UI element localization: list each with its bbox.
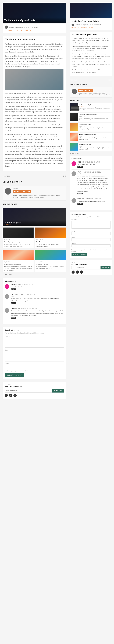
website-label: Website	[5, 363, 64, 364]
post-date-1: May 6, 2020	[36, 239, 65, 240]
right-recent-excerpt-4: Pellentesque in ipsum id orci porta dapi…	[79, 147, 111, 151]
next-link[interactable]: NEXT	[62, 176, 66, 177]
reply-btn-0[interactable]: REPLY	[11, 288, 16, 290]
right-newsletter-button[interactable]: SUBSCRIBE	[101, 266, 111, 270]
right-recent-excerpt-0: Donec aliquet, orci a imperdiet fringill…	[79, 107, 111, 111]
name-label: Name	[5, 350, 64, 351]
name-input[interactable]	[5, 351, 64, 355]
right-comment-text-0: I agree. That is really important	[77, 163, 100, 166]
author-avatar	[5, 26, 8, 29]
right-article-p4: Vestibulum ante ipsum primis in faucibus…	[72, 61, 110, 68]
right-author-bio: Jason is a content creator at Elegant Th…	[78, 92, 110, 96]
right-recent-img-0	[70, 103, 78, 111]
right-website-input[interactable]	[71, 244, 111, 248]
right-save-checkbox[interactable]	[71, 249, 73, 250]
article-p10: Nulla porttitor accumsan tincidunt. Null…	[5, 157, 63, 168]
hero-image: Vestibulum Ante Ipsum Primis	[2, 2, 66, 24]
right-comment-textarea[interactable]	[71, 221, 111, 228]
right-older-entries[interactable]: + Older Entries	[70, 153, 112, 154]
right-comment-avatar-1	[71, 172, 76, 176]
comment-header-2: KTREV ON NOVEMBER 5, 2020 AT 3:16 AM	[11, 308, 64, 310]
twitter-icon[interactable]: t	[9, 394, 12, 397]
submit-title: Submit a Comment	[5, 329, 64, 331]
newsletter-title: Join Our Newsletter	[5, 386, 64, 388]
right-linkedin-icon[interactable]: in	[80, 270, 83, 274]
right-comment-0: JASON ON JUNE 18, 2020 AT 8:47 PM I agre…	[71, 161, 111, 170]
comment-text-0: I agree. That is really important	[11, 286, 34, 288]
right-author-avatar-small	[71, 24, 74, 26]
post-excerpt-1: Pellentesque in ipsum. Lorem ipsum. Done…	[36, 243, 65, 247]
right-comment-header-0: JASON ON JUNE 18, 2020 AT 8:47 PM	[77, 161, 100, 163]
right-name-field-group: Name	[71, 230, 111, 235]
right-newsletter-section: SIDEBAR Join Our Newsletter SUBSCRIBE f …	[70, 260, 112, 275]
older-entries-link[interactable]: + Older Entries	[2, 274, 66, 276]
right-recent-post-title-2[interactable]: Curabitur nec nulla	[79, 124, 111, 126]
prev-next-nav: PREVIOUS NEXT	[2, 174, 66, 178]
right-prev-next: PREVIOUS NEXT	[70, 78, 112, 82]
right-article-p3: Nunc nec neque. Phasellus leo dolor, tem…	[72, 53, 110, 60]
right-email-input[interactable]	[71, 238, 111, 241]
right-facebook-icon[interactable]: f	[71, 270, 75, 274]
right-recent-item-2: Curabitur nec nulla May 6, 2020 Pellente…	[70, 123, 112, 132]
post-title-1[interactable]: Curabitur nec nulla	[36, 241, 65, 242]
right-hero-author: By Jason Champagne	[75, 24, 88, 26]
featured-post-title: Get Newsletter Updates	[4, 222, 65, 224]
post-card-image-2	[2, 250, 34, 260]
right-recent-post-title-3[interactable]: Integer euismod lacus lorem	[79, 134, 111, 136]
right-recent-date-4: May 6, 2020	[79, 146, 111, 147]
website-input[interactable]	[5, 365, 64, 368]
right-reply-btn-2[interactable]: REPLY	[77, 203, 83, 204]
post-card-0: May 6, 2020 Class aliquet ipsum et magna…	[2, 228, 34, 248]
right-article-p1: Vestibulum ante ipsum primis in faucibus…	[72, 37, 110, 44]
right-recent-post-title-1[interactable]: Class aliquet ipsum et magna	[79, 114, 111, 116]
facebook-icon[interactable]: f	[5, 394, 8, 397]
right-prev-link[interactable]: PREVIOUS	[70, 79, 77, 80]
reply-btn-2[interactable]: REPLY	[11, 317, 16, 319]
right-comment-author-1: STIXV	[77, 172, 81, 173]
save-checkbox[interactable]	[5, 370, 6, 372]
newsletter-subscribe-button[interactable]: SUBSCRIBE	[52, 389, 64, 392]
right-save-checkbox-label: Save my name, email, and website in this…	[71, 249, 111, 252]
right-newsletter-email-input[interactable]	[71, 266, 101, 270]
linkedin-icon[interactable]: in	[13, 394, 17, 397]
article-p3: Curabitur aliquet quam id dui posuere bl…	[5, 92, 63, 94]
comment-textarea[interactable]	[5, 337, 64, 348]
email-field-group: Email	[5, 356, 64, 362]
right-submit-subtitle: Your email address will not be published…	[71, 216, 111, 218]
author-photo	[5, 188, 11, 194]
right-hero-image	[70, 2, 112, 18]
right-reply-btn-1[interactable]: REPLY	[77, 192, 83, 194]
right-recent-excerpt-3: Pellentesque habitant morbi tristique se…	[79, 137, 111, 141]
featured-post-link[interactable]: LOADING...	[4, 224, 65, 225]
email-input[interactable]	[5, 358, 64, 362]
right-reply-btn-0[interactable]: REPLY	[77, 166, 83, 168]
featured-post[interactable]: Get Newsletter Updates LOADING...	[2, 208, 66, 226]
right-recent-img-4	[70, 143, 78, 150]
submit-comment-button[interactable]: SUBMIT COMMENT	[5, 373, 24, 377]
about-author-title: About the Author	[2, 181, 66, 184]
right-recent-post-title-4[interactable]: Managing Your Site	[79, 144, 111, 145]
post-card-2: May 6, 2020 Integer euismod lacus lorem …	[2, 250, 34, 272]
right-twitter-icon[interactable]: t	[76, 270, 79, 274]
post-date-2: May 6, 2020	[4, 261, 33, 262]
right-recent-post-title-0[interactable]: Get Newsletter Updates	[79, 104, 111, 106]
prev-link[interactable]: PREVIOUS	[2, 176, 10, 177]
post-excerpt-3: Pellentesque in ipsum id orci porta dapi…	[36, 266, 65, 269]
comment-label: Comment	[5, 335, 64, 337]
right-about-author-section: About the Author Jason Champagne Jason i…	[70, 84, 112, 98]
right-next-link[interactable]: NEXT	[109, 79, 112, 80]
hero-title: Vestibulum Ante Ipsum Primis	[4, 19, 64, 22]
right-hero-cat1: Business	[71, 27, 78, 28]
right-comment-text-1: Lorem ipsum dolor sit amet. Sit amet con…	[77, 175, 111, 192]
post-title-2[interactable]: Integer euismod lacus lorem	[4, 263, 33, 265]
right-save-text: Save my name, email, and website in this…	[71, 250, 109, 252]
right-submit-button[interactable]: SUBMIT COMMENT	[71, 253, 87, 256]
comment-text-2: Ut enim ad minim veniam. Sit amet consec…	[11, 310, 64, 316]
reply-btn-1[interactable]: REPLY	[11, 302, 16, 304]
newsletter-email-input[interactable]	[5, 389, 52, 392]
post-title-0[interactable]: Class aliquet ipsum et magna	[4, 241, 33, 242]
right-recent-date-1: May 6, 2020	[79, 116, 111, 117]
right-name-input[interactable]	[71, 232, 111, 235]
right-article-p5: Curabitur non nulla sit amet nisl tempus…	[72, 69, 110, 73]
post-title-3[interactable]: Managing Your Site	[36, 263, 65, 265]
